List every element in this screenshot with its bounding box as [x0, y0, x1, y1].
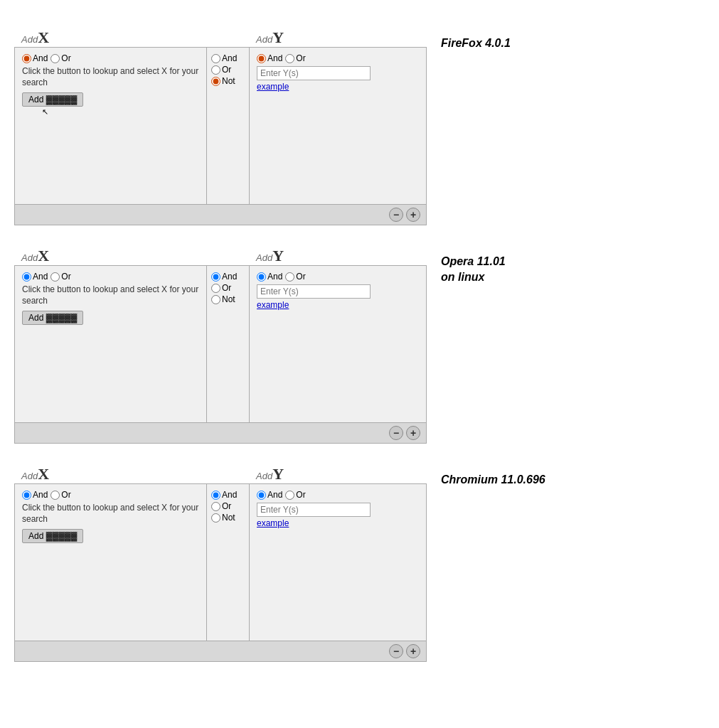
chromium-col-y: And Or example [250, 484, 426, 641]
firefox-x-and-label[interactable]: And [22, 53, 48, 63]
opera-y-and-radio[interactable] [257, 272, 266, 282]
chromium-col-middle: And Or Not [207, 484, 250, 641]
firefox-y-radio-group: And Or [257, 53, 419, 63]
chromium-mid-or-label[interactable]: Or [211, 501, 245, 511]
chromium-mid-and-label[interactable]: And [211, 490, 245, 500]
opera-add-y-header: AddY [249, 247, 427, 265]
chromium-add-btn[interactable]: Add ▓▓▓▓▓ [22, 529, 83, 543]
opera-y-or-radio[interactable] [285, 272, 294, 282]
firefox-mid-not-radio[interactable] [211, 77, 220, 86]
firefox-y-and-text: And [267, 53, 282, 63]
opera-minus-btn[interactable]: − [389, 426, 403, 440]
chromium-mid-or-text: Or [222, 501, 231, 511]
firefox-mid-or-label[interactable]: Or [211, 65, 245, 75]
firefox-x-or-radio[interactable] [50, 54, 60, 63]
chromium-browser-label: Chromium 11.0.696 [441, 465, 555, 488]
firefox-browser-label: FireFox 4.0.1 [441, 28, 555, 51]
firefox-add-y-header: AddY [249, 28, 427, 47]
chromium-y-and-label[interactable]: And [257, 490, 282, 500]
opera-body: And Or Click the button to lookup and se… [15, 266, 426, 422]
opera-x-and-radio[interactable] [22, 272, 31, 282]
firefox-x-or-label[interactable]: Or [50, 53, 70, 63]
chromium-x-or-radio[interactable] [50, 491, 60, 500]
opera-x-or-label[interactable]: Or [50, 272, 70, 282]
chromium-mid-and-text: And [222, 490, 237, 500]
chromium-y-input[interactable] [257, 503, 371, 517]
chromium-x-or-label[interactable]: Or [50, 490, 70, 500]
firefox-y-and-radio[interactable] [257, 54, 266, 63]
firefox-panel: And Or Click the button to lookup and se… [14, 47, 427, 225]
firefox-minus-btn[interactable]: − [389, 208, 403, 222]
firefox-col-x: And Or Click the button to lookup and se… [15, 48, 207, 204]
firefox-mid-or-text: Or [222, 65, 231, 75]
chromium-y-and-radio[interactable] [257, 491, 266, 500]
firefox-y-letter: Y [272, 28, 284, 46]
opera-example-link[interactable]: example [257, 300, 419, 310]
firefox-y-and-label[interactable]: And [257, 53, 282, 63]
firefox-x-letter: X [38, 28, 49, 46]
opera-x-and-label[interactable]: And [22, 272, 48, 282]
chromium-y-or-radio[interactable] [285, 491, 294, 500]
opera-x-description: Click the button to lookup and select X … [22, 284, 199, 306]
opera-y-letter: Y [272, 247, 284, 264]
firefox-add-btn[interactable]: Add ▓▓▓▓▓ [22, 92, 83, 107]
firefox-mid-or-radio[interactable] [211, 65, 220, 75]
opera-mid-and-label[interactable]: And [211, 272, 245, 282]
chromium-add-btn-label: Add [28, 531, 43, 541]
opera-add-btn[interactable]: Add ▓▓▓▓▓ [22, 311, 83, 325]
opera-x-or-radio[interactable] [50, 272, 60, 282]
main-container: AddX AddY And [14, 14, 705, 662]
chromium-plus-btn[interactable]: + [406, 644, 420, 658]
opera-browser-label: Opera 11.01 on linux [441, 247, 555, 286]
chromium-add-y-label: Add [256, 471, 272, 481]
chromium-mid-and-radio[interactable] [211, 491, 220, 500]
chromium-mid-not-label[interactable]: Not [211, 513, 245, 523]
firefox-add-btn-label: Add [28, 95, 43, 105]
firefox-col-y: And Or example [250, 48, 426, 204]
chromium-label-text: Chromium 11.0.696 [441, 473, 545, 486]
firefox-plus-icon: + [410, 210, 416, 220]
firefox-add-y-label: Add [256, 34, 272, 45]
chromium-x-and-radio[interactable] [22, 491, 31, 500]
opera-mid-or-radio[interactable] [211, 284, 220, 293]
firefox-minus-icon: − [393, 210, 399, 220]
opera-label-line2: on linux [441, 269, 555, 285]
firefox-plus-btn[interactable]: + [406, 208, 420, 222]
chromium-minus-btn[interactable]: − [389, 644, 403, 658]
chromium-x-and-label[interactable]: And [22, 490, 48, 500]
firefox-y-or-radio[interactable] [285, 54, 294, 63]
opera-mid-or-label[interactable]: Or [211, 283, 245, 293]
firefox-x-and-radio[interactable] [22, 54, 31, 63]
opera-mid-not-label[interactable]: Not [211, 294, 245, 304]
firefox-example-link[interactable]: example [257, 82, 419, 92]
firefox-middle-header-spacer [206, 28, 249, 47]
chromium-x-letter: X [38, 465, 49, 483]
firefox-cursor-indicator: ↖ [42, 107, 48, 117]
opera-col-y: And Or example [250, 266, 426, 422]
opera-footer: − + [15, 422, 426, 443]
opera-mid-and-radio[interactable] [211, 272, 220, 282]
opera-add-x-header: AddX [14, 247, 206, 265]
firefox-mid-and-radio[interactable] [211, 54, 220, 63]
firefox-y-input[interactable] [257, 66, 371, 80]
chromium-add-x-header: AddX [14, 465, 206, 483]
chromium-mid-or-radio[interactable] [211, 502, 220, 511]
opera-x-or-text: Or [61, 272, 70, 282]
opera-add-x-label: Add [21, 252, 38, 263]
chromium-mid-not-text: Not [222, 513, 235, 523]
chromium-example-link[interactable]: example [257, 518, 419, 528]
opera-mid-not-radio[interactable] [211, 295, 220, 304]
chromium-add-x-label: Add [21, 471, 38, 481]
opera-x-letter: X [38, 247, 49, 264]
opera-plus-btn[interactable]: + [406, 426, 420, 440]
chromium-mid-not-radio[interactable] [211, 513, 220, 523]
firefox-y-or-label[interactable]: Or [285, 53, 305, 63]
firefox-mid-not-text: Not [222, 76, 235, 86]
chromium-y-or-label[interactable]: Or [285, 490, 305, 500]
firefox-mid-not-label[interactable]: Not [211, 76, 245, 86]
opera-y-or-label[interactable]: Or [285, 272, 305, 282]
opera-y-input[interactable] [257, 284, 371, 299]
firefox-add-header: AddX AddY [14, 28, 427, 47]
firefox-mid-and-label[interactable]: And [211, 53, 245, 63]
opera-y-and-label[interactable]: And [257, 272, 282, 282]
